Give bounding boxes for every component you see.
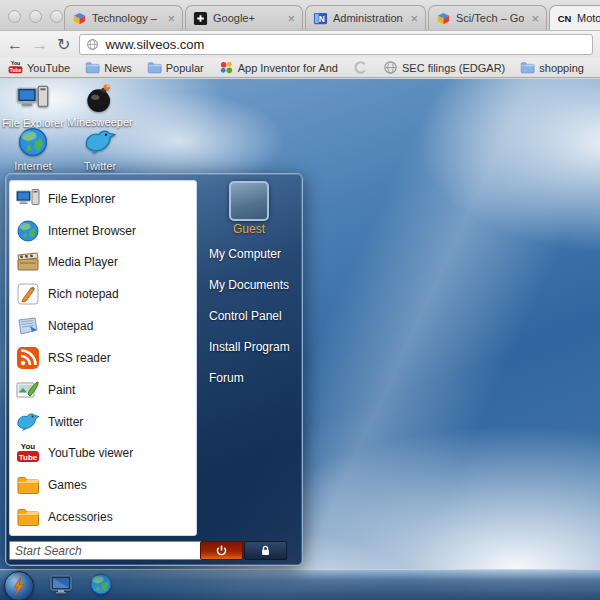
forward-icon[interactable]: → (32, 37, 48, 53)
start-menu-item-paint[interactable]: Paint (10, 375, 196, 405)
computer-icon (49, 573, 73, 597)
start-menu-item-label: Media Player (48, 255, 118, 269)
computer-icon (16, 187, 40, 211)
bookmark-youtube[interactable]: YouTube YouTube (8, 60, 70, 75)
start-menu-item-media-player[interactable]: Media Player (10, 247, 196, 277)
orange-folder-icon (16, 473, 40, 497)
tab-close-icon[interactable]: × (529, 12, 539, 25)
bookmark-sec-filings[interactable]: SEC filings (EDGAR) (383, 60, 505, 75)
bomb-icon (84, 82, 116, 114)
blue-folder-icon (85, 60, 100, 75)
google-news-icon (72, 11, 87, 26)
start-menu-item-label: Games (48, 478, 87, 492)
tab-close-icon[interactable]: × (165, 12, 175, 25)
browser-tab-motor[interactable]: CN Motor (549, 5, 600, 30)
desktop-icon-label: Twitter (84, 160, 116, 172)
start-menu-my-computer[interactable]: My Computer (197, 238, 304, 269)
lock-button[interactable] (244, 541, 287, 560)
start-menu-item-label: YouTube viewer (48, 446, 133, 460)
tab-close-icon[interactable]: × (285, 12, 295, 25)
computer-icon (17, 83, 49, 115)
user-name: Guest (197, 222, 301, 236)
start-menu-item-youtube-viewer[interactable]: YouTube YouTube viewer (10, 438, 196, 468)
start-menu-item-label: Internet Browser (48, 224, 136, 238)
start-menu-item-internet-browser[interactable]: Internet Browser (10, 216, 196, 246)
start-menu-item-notepad[interactable]: Notepad (10, 311, 196, 341)
blue-folder-icon (520, 60, 535, 75)
window-controls (8, 10, 63, 23)
power-button[interactable] (200, 541, 243, 560)
globe-icon (89, 572, 113, 596)
circle-c-icon (353, 60, 368, 75)
svg-text:Tube: Tube (10, 67, 22, 73)
bookmark-label: YouTube (27, 62, 70, 74)
tab-title: Motor (577, 12, 600, 24)
start-menu-control-panel[interactable]: Control Panel (197, 300, 304, 331)
browser-toolbar: ← → ↻ www.silveos.com (0, 30, 600, 58)
cnn-icon: CN (557, 11, 572, 26)
bookmark-app-inventor[interactable]: App Inventor for And (219, 60, 338, 75)
bookmark-label: News (104, 62, 132, 74)
globe-icon (17, 126, 49, 158)
zoom-window-button[interactable] (50, 10, 63, 23)
bookmark-shopping[interactable]: shopping (520, 60, 584, 75)
desktop-icon-internet[interactable]: Internet (0, 126, 66, 172)
youtube-icon: YouTube (16, 441, 40, 465)
bookmark-label: shopping (539, 62, 584, 74)
minimize-window-button[interactable] (29, 10, 42, 23)
taskbar-file-explorer-button[interactable] (49, 573, 73, 597)
tab-close-icon[interactable]: × (408, 12, 418, 25)
bookmark-popular[interactable]: Popular (147, 60, 204, 75)
desktop-icon-twitter[interactable]: Twitter (67, 126, 133, 172)
taskbar-internet-button[interactable] (89, 572, 113, 596)
start-menu-install-program[interactable]: Install Program (197, 331, 304, 362)
desktop-icon-label: Internet (14, 160, 51, 172)
taskbar (0, 569, 600, 600)
start-menu-my-documents[interactable]: My Documents (197, 269, 304, 300)
desktop-icon-file-explorer[interactable]: File Explorer (0, 83, 66, 129)
google-plus-icon (193, 11, 208, 26)
browser-tab-scitech[interactable]: Sci/Tech – Google N × (428, 5, 547, 30)
paint-icon (16, 378, 40, 402)
google-news-icon (436, 11, 451, 26)
app-inventor-icon (219, 60, 234, 75)
start-menu-item-label: Notepad (48, 319, 93, 333)
start-menu-item-file-explorer[interactable]: File Explorer (10, 184, 196, 214)
reload-icon[interactable]: ↻ (57, 37, 70, 53)
svg-text:You: You (11, 60, 20, 66)
browser-tab-administration[interactable]: N Administration – si × (305, 5, 426, 30)
tab-title: Administration – si (333, 12, 403, 24)
desktop-icon-minesweeper[interactable]: Minesweeper (67, 82, 133, 128)
browser-tab-technology[interactable]: Technology – Goog × (64, 5, 183, 30)
bookmarks-bar: YouTube YouTube News Popular App Invento… (0, 58, 600, 78)
back-icon[interactable]: ← (7, 37, 23, 53)
start-menu-forum[interactable]: Forum (197, 362, 304, 393)
url-text: www.silveos.com (105, 37, 204, 52)
orange-folder-icon (16, 505, 40, 529)
start-button[interactable] (4, 571, 34, 600)
browser-tab-googleplus[interactable]: Google+ × (185, 5, 303, 30)
screen: Technology – Goog × Google+ × N Administ… (0, 0, 600, 600)
address-bar[interactable]: www.silveos.com (79, 34, 593, 55)
page-globe-icon (86, 38, 99, 51)
start-search-input[interactable] (9, 541, 207, 560)
start-menu-item-rich-notepad[interactable]: Rich notepad (10, 279, 196, 309)
start-menu-item-games[interactable]: Games (10, 470, 196, 500)
bookmark-favicon-only[interactable] (353, 60, 368, 75)
start-menu-item-twitter[interactable]: Twitter (10, 407, 196, 437)
blue-folder-icon (147, 60, 162, 75)
start-menu-item-rss-reader[interactable]: RSS reader (10, 343, 196, 373)
lock-icon (259, 544, 272, 557)
start-menu-item-label: Paint (48, 383, 75, 397)
close-window-button[interactable] (8, 10, 21, 23)
bookmark-news[interactable]: News (85, 60, 132, 75)
twitter-bird-icon (16, 410, 40, 434)
svg-text:CN: CN (558, 14, 572, 24)
svg-text:You: You (21, 442, 36, 451)
tab-title: Google+ (213, 12, 280, 24)
start-menu: File Explorer Internet Browser Media Pla… (5, 173, 303, 566)
svg-text:N: N (319, 13, 325, 23)
user-avatar[interactable] (229, 181, 269, 221)
start-menu-item-accessories[interactable]: Accessories (10, 502, 196, 532)
bookmark-label: Popular (166, 62, 204, 74)
